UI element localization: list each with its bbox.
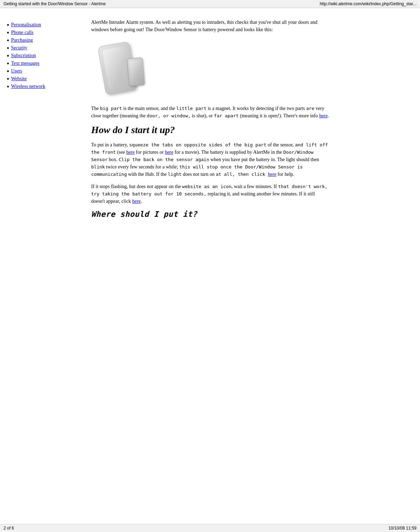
intro-text-7: : xyxy=(271,27,273,32)
desc-text-3: is the main sensor, and the xyxy=(122,106,176,111)
s1p1-text-17: light xyxy=(168,172,182,177)
sidebar-link-security[interactable]: Security xyxy=(11,45,27,51)
description-paragraph: The big part is the main sensor, and the… xyxy=(91,105,330,119)
desc-text-8: door, or window, xyxy=(147,113,191,118)
s1p1-link1[interactable]: here xyxy=(126,150,135,155)
s1p1-text-13: blink xyxy=(91,164,105,170)
s1p1-text-2: squeeze the tabs on opposite sides of th… xyxy=(129,142,245,147)
desc-text-12: . xyxy=(328,113,329,118)
section1-para2: If it stops flashing, but does not appea… xyxy=(91,183,330,205)
sidebar-link-users[interactable]: Users xyxy=(11,68,22,74)
desc-text-4: little part xyxy=(176,106,206,111)
page-content: Personalisation Phone calls Purchasing S… xyxy=(0,8,420,245)
sidebar-nav-list: Personalisation Phone calls Purchasing S… xyxy=(7,22,84,89)
sidebar-item-security[interactable]: Security xyxy=(7,45,84,51)
sidebar-item-phone-calls[interactable]: Phone calls xyxy=(7,30,84,35)
sidebar-item-personalisation[interactable]: Personalisation xyxy=(7,22,84,28)
sidebar-link-personalisation[interactable]: Personalisation xyxy=(11,22,41,28)
intro-text-6: looks like this xyxy=(244,27,272,32)
s1p1-link2[interactable]: here xyxy=(165,150,173,155)
s1p1-text-1: To put in a battery, xyxy=(91,142,129,147)
sidebar-item-website[interactable]: Website xyxy=(7,76,84,82)
intro-text-4: battery powered xyxy=(203,27,235,32)
desc-text-11: (meaning it is open!). There's more info xyxy=(239,113,319,118)
s1p1-text-12: when you have put the battery in. The li… xyxy=(209,157,319,162)
intro-paragraph: AlertMe Intruder Alarm system. As well a… xyxy=(91,19,330,33)
sidebar-item-wireless-network[interactable]: Wireless network xyxy=(7,84,84,89)
desc-text-9: is shut), or xyxy=(191,113,214,118)
intro-text-2: intruders, this checks xyxy=(207,20,249,25)
s1p2-text-3: , wait a few minutes. If xyxy=(231,184,278,189)
desc-text-5: is a magnet. It works by detecting if th… xyxy=(206,106,306,111)
intro-text-1: AlertMe Intruder Alarm system. As well a… xyxy=(91,20,207,25)
s1p1-text-19: at all, then click xyxy=(216,172,268,177)
sidebar-link-subscription[interactable]: Subscription xyxy=(11,53,36,58)
s1p1-link3[interactable]: here xyxy=(268,172,276,177)
s1p2-link[interactable]: here xyxy=(132,199,141,204)
desc-text-1: The xyxy=(91,106,100,111)
s1p2-text-6: . xyxy=(141,199,142,204)
s1p1-text-4: of the sensor, xyxy=(266,142,295,147)
article-content: AlertMe Intruder Alarm system. As well a… xyxy=(84,19,330,224)
desc-text-6: are xyxy=(306,106,314,111)
s1p1-text-11: Clip the back on the sensor again xyxy=(118,157,209,162)
s1p2-text-1: If it stops flashing, but does not appea… xyxy=(91,184,182,189)
s1p1-text-6: (see xyxy=(116,150,126,155)
s1p1-text-14: twice every few seconds for a while; xyxy=(105,164,179,170)
s1p1-text-10: box. xyxy=(108,157,119,162)
s1p1-text-18: does not turn on xyxy=(182,172,216,177)
timestamp: 10/10/08 11:59 xyxy=(388,526,416,531)
s1p2-text-2: website as an icon xyxy=(182,184,231,189)
sidebar-link-purchasing[interactable]: Purchasing xyxy=(11,37,33,43)
more-info-link[interactable]: here xyxy=(319,113,328,118)
section2-heading: Where should I put it? xyxy=(91,210,330,219)
intro-text-5: and xyxy=(235,27,244,32)
s1p1-text-8: for a movie). The battery is supplied by… xyxy=(174,150,284,155)
sidebar-item-subscription[interactable]: Subscription xyxy=(7,53,84,58)
page-url: http://wiki.alertme.com/wiki/index.php/G… xyxy=(320,1,416,6)
desc-text-2: big part xyxy=(100,106,122,111)
browser-bottombar: 2 of 6 10/10/08 11:59 xyxy=(0,524,420,532)
sidebar-item-text-messages[interactable]: Text messages xyxy=(7,61,84,66)
s1p1-text-20: for help. xyxy=(276,172,294,177)
page-indicator: 2 of 6 xyxy=(4,526,14,531)
s1p1-text-7: for pictures or xyxy=(135,150,165,155)
s1p1-text-3: big part xyxy=(244,142,266,147)
section1-para1: To put in a battery, squeeze the tabs on… xyxy=(91,141,330,178)
sidebar: Personalisation Phone calls Purchasing S… xyxy=(7,19,84,224)
browser-topbar: Getting started with the Door/Window Sen… xyxy=(0,0,420,8)
page-title: Getting started with the Door/Window Sen… xyxy=(4,1,106,6)
sidebar-link-website[interactable]: Website xyxy=(11,76,27,82)
sidebar-link-text-messages[interactable]: Text messages xyxy=(11,61,39,66)
sidebar-link-phone-calls[interactable]: Phone calls xyxy=(11,30,33,35)
sidebar-item-users[interactable]: Users xyxy=(7,68,84,74)
s1p1-text-16: with the Hub. If the xyxy=(127,172,168,177)
sidebar-link-wireless-network[interactable]: Wireless network xyxy=(11,84,45,89)
sidebar-item-purchasing[interactable]: Purchasing xyxy=(7,37,84,43)
section1-heading: How do I start it up? xyxy=(91,124,330,136)
sensor-magnet-piece xyxy=(127,57,145,87)
sensor-image xyxy=(91,40,147,96)
desc-text-10: far apart xyxy=(214,113,238,118)
